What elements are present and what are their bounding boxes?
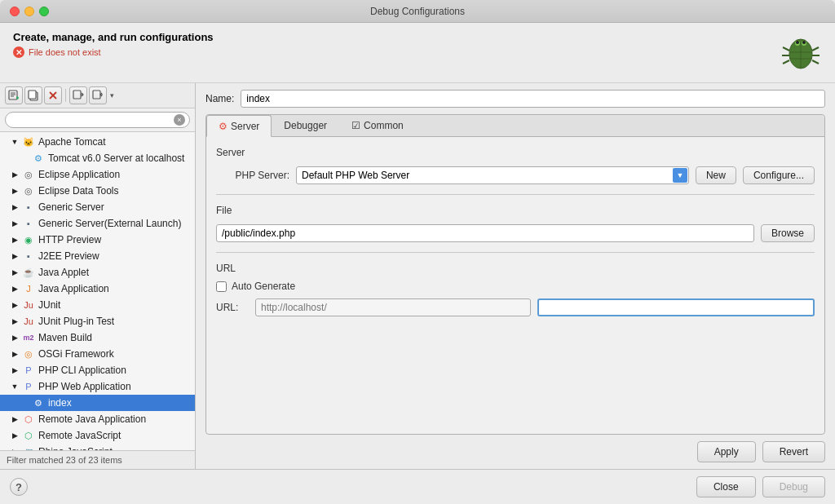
- expand-icon: ▶: [10, 333, 20, 343]
- error-line: ✕ File does not exist: [13, 46, 214, 58]
- file-row: Browse: [216, 224, 815, 242]
- svg-point-15: [802, 41, 806, 44]
- php-server-label: PHP Server:: [216, 170, 289, 181]
- new-config-button[interactable]: [5, 86, 23, 104]
- tab-bar: ⚙ Server Debugger ☑ Common: [206, 115, 824, 137]
- config-icon: ⚙: [32, 152, 45, 165]
- expand-icon: ▶: [10, 349, 20, 359]
- svg-rect-23: [29, 91, 36, 99]
- tree-item-label: HTTP Preview: [38, 234, 101, 245]
- sidebar-footer: Filter matched 23 of 23 items: [0, 450, 195, 469]
- browse-button[interactable]: Browse: [761, 224, 815, 242]
- expand-icon: ▶: [10, 316, 20, 326]
- export-config-button[interactable]: [69, 86, 87, 104]
- svg-line-6: [783, 60, 789, 64]
- maximize-button[interactable]: [39, 7, 49, 16]
- sidebar: ▾ × ▼ 🐱 Apache Tomcat ⚙ Tomcat v6.0 Serv: [0, 83, 196, 469]
- php-server-select[interactable]: Default PHP Web Server: [296, 166, 689, 184]
- tree-item-generic-external[interactable]: ▶ ▪ Generic Server(External Launch): [0, 215, 195, 232]
- revert-button[interactable]: Revert: [762, 441, 825, 462]
- tree-item-java-app[interactable]: ▶ J Java Application: [0, 281, 195, 297]
- tree-item-generic-server[interactable]: ▶ ▪ Generic Server: [0, 199, 195, 215]
- file-divider: [216, 194, 815, 195]
- tree-item-osgi[interactable]: ▶ ◎ OSGi Framework: [0, 346, 195, 362]
- auto-generate-checkbox[interactable]: [216, 281, 227, 292]
- java-applet-icon: ☕: [22, 266, 35, 279]
- tree-item-label: index: [48, 397, 72, 409]
- tree-item-junit[interactable]: ▶ Ju JUnit: [0, 297, 195, 313]
- server-ext-icon: ▪: [22, 217, 35, 230]
- folder-icon: 🐱: [22, 135, 35, 148]
- close-button[interactable]: Close: [696, 476, 756, 497]
- footer-bar: ? Close Debug: [0, 469, 835, 504]
- file-input[interactable]: [216, 224, 754, 242]
- tree-item-http[interactable]: ▶ ◉ HTTP Preview: [0, 232, 195, 248]
- tree-item-label: Remote Java Application: [38, 413, 146, 425]
- close-button[interactable]: [10, 7, 20, 16]
- osgi-icon: ◎: [22, 347, 35, 360]
- tree-item-label: JUnit Plug-in Test: [38, 316, 114, 327]
- help-button[interactable]: ?: [10, 478, 28, 496]
- tree-item-index[interactable]: ⚙ index: [0, 395, 195, 411]
- minimize-button[interactable]: [24, 7, 34, 16]
- expand-icon: ▶: [10, 170, 20, 179]
- svg-rect-26: [73, 91, 81, 99]
- expand-icon: ▶: [10, 186, 20, 196]
- tree-item-eclipse-app[interactable]: ▶ ◎ Eclipse Application: [0, 166, 195, 183]
- name-input[interactable]: [241, 90, 825, 108]
- apply-button[interactable]: Apply: [697, 441, 756, 462]
- java-app-icon: J: [22, 282, 35, 295]
- tree-item-php-web[interactable]: ▼ P PHP Web Application: [0, 378, 195, 395]
- tree-item-apache-tomcat[interactable]: ▼ 🐱 Apache Tomcat: [0, 134, 195, 150]
- tree-item-eclipse-data[interactable]: ▶ ◎ Eclipse Data Tools: [0, 183, 195, 199]
- import-config-button[interactable]: [89, 86, 107, 104]
- svg-line-7: [812, 47, 819, 51]
- tree-item-tomcat-server[interactable]: ⚙ Tomcat v6.0 Server at localhost: [0, 150, 195, 166]
- delete-config-button[interactable]: [44, 86, 62, 104]
- svg-line-9: [812, 60, 819, 64]
- tree-item-j2ee[interactable]: ▶ ▪ J2EE Preview: [0, 248, 195, 264]
- tree-item-junit-plugin[interactable]: ▶ Ju JUnit Plug-in Test: [0, 313, 195, 329]
- tab-server[interactable]: ⚙ Server: [206, 115, 272, 137]
- tree-item-remote-js[interactable]: ▶ ⬡ Remote JavaScript: [0, 427, 195, 444]
- copy-config-button[interactable]: [24, 86, 42, 104]
- configure-server-button[interactable]: Configure...: [743, 166, 815, 184]
- url-input-left[interactable]: [255, 298, 531, 316]
- tab-common[interactable]: ☑ Common: [339, 115, 416, 136]
- traffic-lights: [10, 7, 49, 16]
- j2ee-icon: ▪: [22, 250, 35, 263]
- tree-item-label: JUnit: [38, 299, 60, 311]
- bug-icon: [780, 31, 822, 76]
- tree-item-java-applet[interactable]: ▶ ☕ Java Applet: [0, 264, 195, 281]
- tree-item-label: Tomcat v6.0 Server at localhost: [48, 153, 184, 164]
- tree-item-rhino[interactable]: ▶ 🦏 Rhino JavaScript: [0, 444, 195, 450]
- svg-line-4: [783, 47, 789, 51]
- tab-debugger[interactable]: Debugger: [272, 115, 339, 136]
- tab-server-content: Server PHP Server: Default PHP Web Serve…: [206, 137, 824, 434]
- svg-rect-28: [93, 91, 100, 99]
- tree-item-label: PHP CLI Application: [38, 365, 126, 376]
- search-box: ×: [0, 108, 195, 132]
- debug-button[interactable]: Debug: [762, 476, 825, 497]
- tree-item-label: Generic Server: [38, 201, 104, 213]
- expand-icon: ▶: [10, 414, 20, 424]
- tree-item-remote-java[interactable]: ▶ ⬡ Remote Java Application: [0, 411, 195, 427]
- name-row: Name:: [205, 90, 825, 108]
- tree-item-maven[interactable]: ▶ m2 Maven Build: [0, 329, 195, 346]
- url-input-right[interactable]: [537, 298, 815, 316]
- tree-item-label: Java Applet: [38, 267, 89, 278]
- tree-item-php-cli[interactable]: ▶ P PHP CLI Application: [0, 362, 195, 378]
- search-input[interactable]: [5, 112, 190, 128]
- tree-item-label: OSGi Framework: [38, 348, 114, 360]
- name-label: Name:: [205, 93, 234, 104]
- junit-icon: Ju: [22, 298, 35, 312]
- tab-server-label: Server: [231, 121, 259, 132]
- server-select-container: Default PHP Web Server ▼: [296, 166, 689, 184]
- search-clear-button[interactable]: ×: [174, 114, 185, 126]
- server-section-header: Server: [216, 147, 815, 158]
- main-content: ▾ × ▼ 🐱 Apache Tomcat ⚙ Tomcat v6.0 Serv: [0, 83, 835, 469]
- tree-item-label: PHP Web Application: [38, 381, 131, 392]
- url-section: URL Auto Generate URL:: [216, 263, 815, 316]
- new-server-button[interactable]: New: [696, 166, 736, 184]
- svg-point-14: [796, 41, 799, 44]
